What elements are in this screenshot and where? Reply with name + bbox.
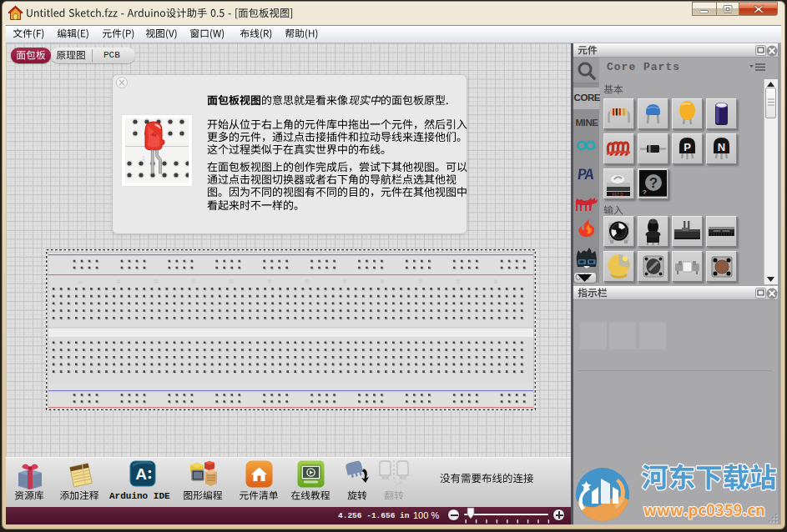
svg-text:8888 8888: 8888 8888	[714, 229, 729, 233]
svg-text:55: 55	[456, 279, 461, 284]
svg-text:35: 35	[305, 279, 310, 284]
svg-text:A: A	[135, 465, 147, 483]
svg-text:45: 45	[380, 279, 385, 284]
svg-text:50: 50	[418, 279, 423, 284]
svg-text:5: 5	[78, 281, 83, 284]
svg-text:20: 20	[191, 279, 196, 284]
svg-text:15: 15	[154, 279, 159, 284]
svg-text:30: 30	[267, 279, 272, 284]
svg-text:1: 1	[142, 155, 145, 161]
svg-text:P: P	[684, 141, 691, 153]
svg-text:?: ?	[649, 175, 658, 191]
svg-text:?: ?	[643, 188, 647, 196]
svg-text:40: 40	[342, 279, 347, 284]
svg-text:N: N	[718, 141, 725, 153]
svg-text:10: 10	[116, 279, 121, 284]
svg-text:25: 25	[229, 279, 234, 284]
svg-text:60: 60	[493, 279, 498, 284]
svg-text:FET D: FET D	[613, 193, 624, 197]
